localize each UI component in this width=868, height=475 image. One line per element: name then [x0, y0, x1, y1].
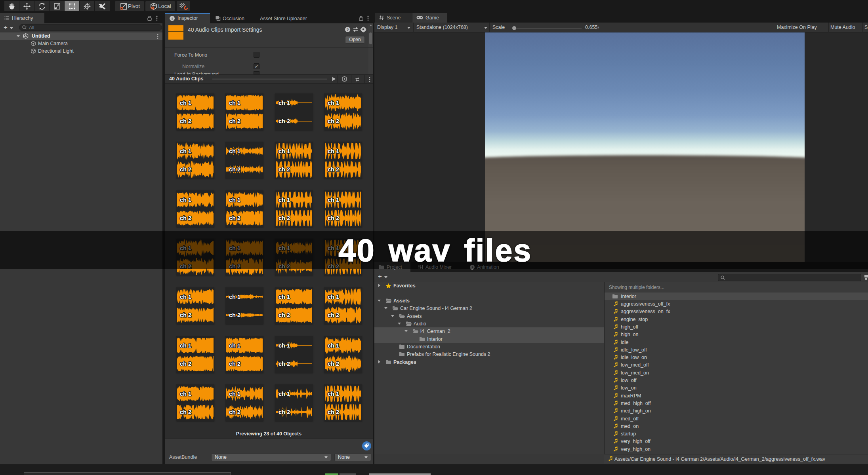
svg-text:ch 1: ch 1: [180, 148, 191, 154]
svg-text:ch 2: ch 2: [279, 361, 290, 367]
svg-text:ch 1: ch 1: [279, 391, 290, 397]
svg-text:ch 1: ch 1: [279, 148, 290, 154]
svg-text:ch 2: ch 2: [328, 215, 339, 221]
svg-text:ch 2: ch 2: [229, 361, 240, 367]
svg-text:ch 2: ch 2: [279, 166, 290, 173]
svg-text:ch 2: ch 2: [180, 361, 191, 367]
svg-text:ch 1: ch 1: [328, 294, 339, 300]
svg-text:ch 1: ch 1: [229, 342, 240, 349]
svg-text:ch 1: ch 1: [229, 391, 240, 397]
svg-text:ch 1: ch 1: [180, 391, 191, 397]
svg-text:ch 1: ch 1: [229, 294, 240, 300]
svg-text:ch 2: ch 2: [229, 312, 240, 318]
svg-text:ch 1: ch 1: [229, 100, 240, 106]
svg-text:ch 1: ch 1: [180, 294, 191, 300]
svg-text:ch 1: ch 1: [279, 342, 290, 349]
svg-text:ch 1: ch 1: [328, 100, 339, 106]
svg-text:ch 2: ch 2: [279, 118, 290, 124]
svg-text:ch 2: ch 2: [229, 409, 240, 415]
svg-text:?: ?: [347, 27, 349, 32]
svg-text:ch 1: ch 1: [328, 391, 339, 397]
svg-text:ch 2: ch 2: [229, 118, 240, 124]
svg-text:ch 2: ch 2: [279, 312, 290, 318]
svg-text:ch 1: ch 1: [328, 197, 339, 203]
svg-text:ch 1: ch 1: [229, 148, 240, 154]
svg-text:ch 2: ch 2: [180, 166, 191, 173]
svg-text:ch 2: ch 2: [279, 409, 290, 415]
svg-text:ch 1: ch 1: [328, 342, 339, 349]
svg-text:ch 1: ch 1: [279, 197, 290, 203]
svg-text:ch 2: ch 2: [180, 312, 191, 318]
svg-text:ch 2: ch 2: [279, 215, 290, 221]
svg-text:ch 2: ch 2: [328, 166, 339, 173]
svg-text:ch 2: ch 2: [229, 166, 240, 173]
svg-text:ch 1: ch 1: [180, 342, 191, 349]
svg-text:ch 2: ch 2: [180, 215, 191, 221]
svg-text:ch 1: ch 1: [229, 197, 240, 203]
svg-text:ch 1: ch 1: [279, 100, 290, 106]
svg-text:ch 2: ch 2: [328, 312, 339, 318]
svg-text:ch 2: ch 2: [180, 118, 191, 124]
svg-text:ch 2: ch 2: [229, 215, 240, 221]
svg-text:ch 1: ch 1: [180, 100, 191, 106]
svg-text:ch 1: ch 1: [328, 148, 339, 154]
svg-text:ch 2: ch 2: [328, 409, 339, 415]
svg-text:ch 1: ch 1: [279, 294, 290, 300]
svg-text:ch 1: ch 1: [180, 197, 191, 203]
svg-text:ch 2: ch 2: [328, 118, 339, 124]
svg-text:ch 2: ch 2: [180, 409, 191, 415]
svg-text:ch 2: ch 2: [328, 361, 339, 367]
